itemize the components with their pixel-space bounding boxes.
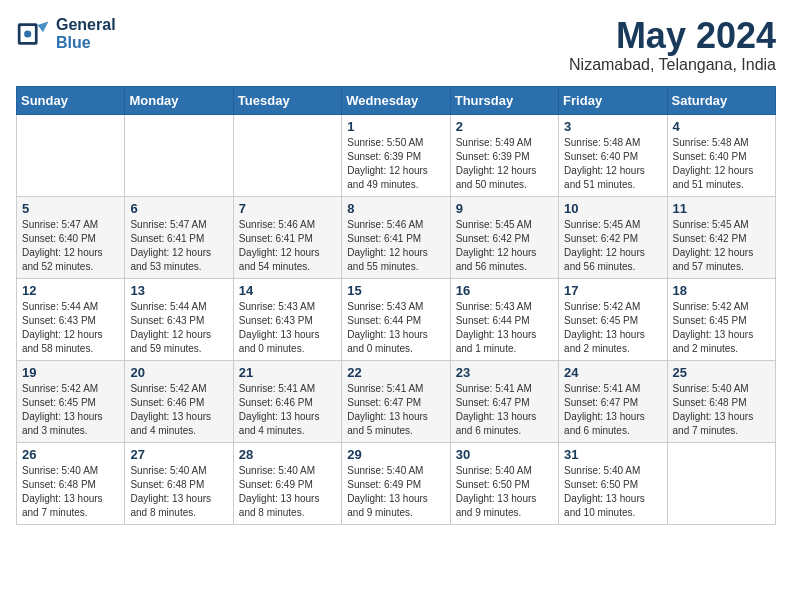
calendar-cell: 9Sunrise: 5:45 AM Sunset: 6:42 PM Daylig… xyxy=(450,196,558,278)
calendar-cell: 28Sunrise: 5:40 AM Sunset: 6:49 PM Dayli… xyxy=(233,442,341,524)
calendar-cell: 6Sunrise: 5:47 AM Sunset: 6:41 PM Daylig… xyxy=(125,196,233,278)
day-info: Sunrise: 5:49 AM Sunset: 6:39 PM Dayligh… xyxy=(456,136,553,192)
header-friday: Friday xyxy=(559,86,667,114)
day-number: 17 xyxy=(564,283,661,298)
calendar-cell: 3Sunrise: 5:48 AM Sunset: 6:40 PM Daylig… xyxy=(559,114,667,196)
logo: General Blue xyxy=(16,16,116,52)
header-monday: Monday xyxy=(125,86,233,114)
calendar-cell xyxy=(125,114,233,196)
calendar-cell: 13Sunrise: 5:44 AM Sunset: 6:43 PM Dayli… xyxy=(125,278,233,360)
calendar-cell xyxy=(17,114,125,196)
day-number: 25 xyxy=(673,365,770,380)
day-info: Sunrise: 5:40 AM Sunset: 6:50 PM Dayligh… xyxy=(456,464,553,520)
day-info: Sunrise: 5:40 AM Sunset: 6:48 PM Dayligh… xyxy=(130,464,227,520)
day-info: Sunrise: 5:43 AM Sunset: 6:43 PM Dayligh… xyxy=(239,300,336,356)
calendar-cell: 1Sunrise: 5:50 AM Sunset: 6:39 PM Daylig… xyxy=(342,114,450,196)
day-info: Sunrise: 5:43 AM Sunset: 6:44 PM Dayligh… xyxy=(347,300,444,356)
calendar-cell: 16Sunrise: 5:43 AM Sunset: 6:44 PM Dayli… xyxy=(450,278,558,360)
calendar-cell: 24Sunrise: 5:41 AM Sunset: 6:47 PM Dayli… xyxy=(559,360,667,442)
day-number: 6 xyxy=(130,201,227,216)
calendar-table: SundayMondayTuesdayWednesdayThursdayFrid… xyxy=(16,86,776,525)
day-info: Sunrise: 5:40 AM Sunset: 6:48 PM Dayligh… xyxy=(22,464,119,520)
day-info: Sunrise: 5:41 AM Sunset: 6:47 PM Dayligh… xyxy=(564,382,661,438)
day-info: Sunrise: 5:45 AM Sunset: 6:42 PM Dayligh… xyxy=(673,218,770,274)
header-thursday: Thursday xyxy=(450,86,558,114)
day-info: Sunrise: 5:42 AM Sunset: 6:45 PM Dayligh… xyxy=(673,300,770,356)
calendar-cell xyxy=(667,442,775,524)
calendar-cell: 7Sunrise: 5:46 AM Sunset: 6:41 PM Daylig… xyxy=(233,196,341,278)
calendar-cell: 5Sunrise: 5:47 AM Sunset: 6:40 PM Daylig… xyxy=(17,196,125,278)
svg-marker-2 xyxy=(38,21,49,32)
day-info: Sunrise: 5:47 AM Sunset: 6:41 PM Dayligh… xyxy=(130,218,227,274)
day-info: Sunrise: 5:40 AM Sunset: 6:49 PM Dayligh… xyxy=(347,464,444,520)
calendar-cell: 14Sunrise: 5:43 AM Sunset: 6:43 PM Dayli… xyxy=(233,278,341,360)
month-title: May 2024 xyxy=(569,16,776,56)
day-info: Sunrise: 5:40 AM Sunset: 6:50 PM Dayligh… xyxy=(564,464,661,520)
calendar-cell: 25Sunrise: 5:40 AM Sunset: 6:48 PM Dayli… xyxy=(667,360,775,442)
day-number: 14 xyxy=(239,283,336,298)
calendar-cell: 20Sunrise: 5:42 AM Sunset: 6:46 PM Dayli… xyxy=(125,360,233,442)
calendar-header-row: SundayMondayTuesdayWednesdayThursdayFrid… xyxy=(17,86,776,114)
day-number: 11 xyxy=(673,201,770,216)
location: Nizamabad, Telangana, India xyxy=(569,56,776,74)
day-number: 9 xyxy=(456,201,553,216)
day-number: 3 xyxy=(564,119,661,134)
calendar-cell: 23Sunrise: 5:41 AM Sunset: 6:47 PM Dayli… xyxy=(450,360,558,442)
day-info: Sunrise: 5:45 AM Sunset: 6:42 PM Dayligh… xyxy=(564,218,661,274)
header-wednesday: Wednesday xyxy=(342,86,450,114)
calendar-cell: 21Sunrise: 5:41 AM Sunset: 6:46 PM Dayli… xyxy=(233,360,341,442)
logo-general-text: General xyxy=(56,16,116,34)
logo-icon xyxy=(16,16,52,52)
day-info: Sunrise: 5:41 AM Sunset: 6:47 PM Dayligh… xyxy=(456,382,553,438)
day-number: 16 xyxy=(456,283,553,298)
calendar-cell: 2Sunrise: 5:49 AM Sunset: 6:39 PM Daylig… xyxy=(450,114,558,196)
day-number: 2 xyxy=(456,119,553,134)
logo-blue-text: Blue xyxy=(56,34,116,52)
day-info: Sunrise: 5:41 AM Sunset: 6:46 PM Dayligh… xyxy=(239,382,336,438)
day-info: Sunrise: 5:48 AM Sunset: 6:40 PM Dayligh… xyxy=(673,136,770,192)
calendar-cell: 19Sunrise: 5:42 AM Sunset: 6:45 PM Dayli… xyxy=(17,360,125,442)
day-number: 22 xyxy=(347,365,444,380)
page-header: General Blue May 2024 Nizamabad, Telanga… xyxy=(16,16,776,74)
calendar-cell xyxy=(233,114,341,196)
calendar-cell: 10Sunrise: 5:45 AM Sunset: 6:42 PM Dayli… xyxy=(559,196,667,278)
day-info: Sunrise: 5:45 AM Sunset: 6:42 PM Dayligh… xyxy=(456,218,553,274)
day-number: 28 xyxy=(239,447,336,462)
calendar-cell: 27Sunrise: 5:40 AM Sunset: 6:48 PM Dayli… xyxy=(125,442,233,524)
logo-name: General Blue xyxy=(56,16,116,51)
calendar-week-3: 12Sunrise: 5:44 AM Sunset: 6:43 PM Dayli… xyxy=(17,278,776,360)
day-number: 1 xyxy=(347,119,444,134)
day-number: 24 xyxy=(564,365,661,380)
calendar-cell: 18Sunrise: 5:42 AM Sunset: 6:45 PM Dayli… xyxy=(667,278,775,360)
day-number: 19 xyxy=(22,365,119,380)
calendar-cell: 15Sunrise: 5:43 AM Sunset: 6:44 PM Dayli… xyxy=(342,278,450,360)
svg-point-3 xyxy=(24,30,31,37)
day-number: 12 xyxy=(22,283,119,298)
day-info: Sunrise: 5:48 AM Sunset: 6:40 PM Dayligh… xyxy=(564,136,661,192)
day-info: Sunrise: 5:42 AM Sunset: 6:45 PM Dayligh… xyxy=(564,300,661,356)
header-sunday: Sunday xyxy=(17,86,125,114)
calendar-cell: 31Sunrise: 5:40 AM Sunset: 6:50 PM Dayli… xyxy=(559,442,667,524)
day-info: Sunrise: 5:44 AM Sunset: 6:43 PM Dayligh… xyxy=(130,300,227,356)
day-info: Sunrise: 5:40 AM Sunset: 6:48 PM Dayligh… xyxy=(673,382,770,438)
day-info: Sunrise: 5:42 AM Sunset: 6:45 PM Dayligh… xyxy=(22,382,119,438)
day-info: Sunrise: 5:46 AM Sunset: 6:41 PM Dayligh… xyxy=(347,218,444,274)
calendar-week-1: 1Sunrise: 5:50 AM Sunset: 6:39 PM Daylig… xyxy=(17,114,776,196)
day-number: 26 xyxy=(22,447,119,462)
calendar-week-2: 5Sunrise: 5:47 AM Sunset: 6:40 PM Daylig… xyxy=(17,196,776,278)
day-number: 15 xyxy=(347,283,444,298)
day-number: 21 xyxy=(239,365,336,380)
calendar-week-4: 19Sunrise: 5:42 AM Sunset: 6:45 PM Dayli… xyxy=(17,360,776,442)
day-number: 27 xyxy=(130,447,227,462)
calendar-cell: 4Sunrise: 5:48 AM Sunset: 6:40 PM Daylig… xyxy=(667,114,775,196)
calendar-week-5: 26Sunrise: 5:40 AM Sunset: 6:48 PM Dayli… xyxy=(17,442,776,524)
header-saturday: Saturday xyxy=(667,86,775,114)
day-number: 7 xyxy=(239,201,336,216)
calendar-cell: 29Sunrise: 5:40 AM Sunset: 6:49 PM Dayli… xyxy=(342,442,450,524)
title-block: May 2024 Nizamabad, Telangana, India xyxy=(569,16,776,74)
day-number: 30 xyxy=(456,447,553,462)
day-number: 31 xyxy=(564,447,661,462)
day-number: 18 xyxy=(673,283,770,298)
day-number: 4 xyxy=(673,119,770,134)
day-info: Sunrise: 5:42 AM Sunset: 6:46 PM Dayligh… xyxy=(130,382,227,438)
